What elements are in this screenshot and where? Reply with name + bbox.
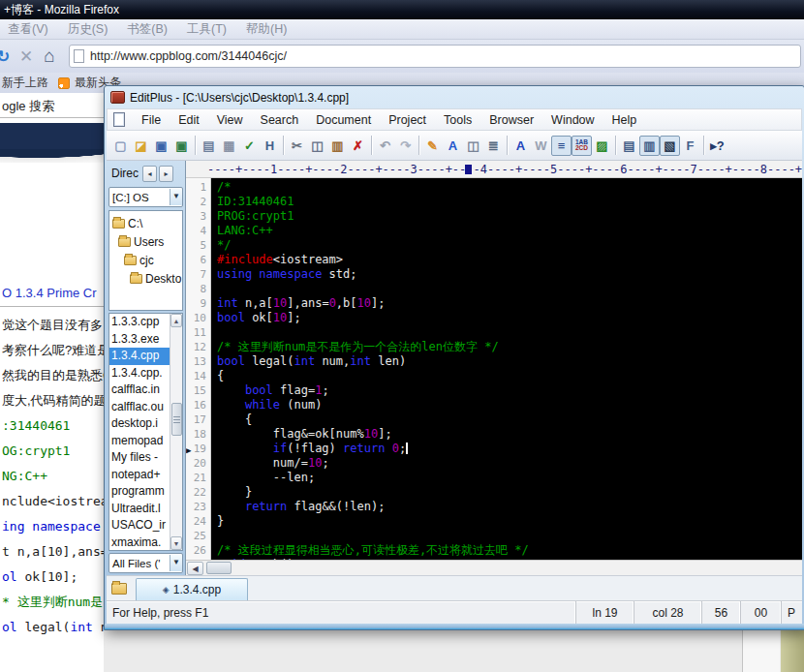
- folder-icon: [112, 219, 125, 229]
- file-item[interactable]: programm: [109, 483, 170, 501]
- chevron-down-icon[interactable]: ▼: [170, 555, 182, 571]
- editplus-menu-view[interactable]: View: [208, 113, 252, 127]
- scroll-up-icon[interactable]: ▲: [170, 314, 182, 327]
- open-folder-icon[interactable]: ◪: [131, 136, 151, 156]
- file-item[interactable]: calfflac.ou: [109, 399, 170, 416]
- url-bar[interactable]: http://www.cppblog.com/3144046cjc/: [69, 45, 801, 68]
- drive-selector[interactable]: [C:] OS ▼: [108, 187, 183, 207]
- editplus-titlebar[interactable]: EditPlus - [C:\Users\cjc\Desktop\1.3.4.c…: [107, 86, 802, 108]
- code-line: {: [217, 369, 802, 383]
- code-lines[interactable]: /*ID:31440461PROG:crypt1LANG:C++*/#inclu…: [211, 178, 802, 560]
- panel-scroll-right-button[interactable]: ▸: [159, 166, 173, 182]
- code-editor[interactable]: 123456789101112131415161718▶192021222324…: [186, 178, 802, 560]
- tree-node[interactable]: Deskto: [109, 269, 182, 288]
- scrollbar-thumb[interactable]: [171, 403, 182, 436]
- copy-format-icon[interactable]: ◫: [463, 136, 483, 156]
- editplus-menu-window[interactable]: Window: [542, 113, 603, 127]
- word-wrap-icon[interactable]: W: [531, 136, 551, 156]
- editplus-menu-project[interactable]: Project: [380, 113, 435, 127]
- file-item[interactable]: desktop.i: [109, 415, 170, 433]
- save-all-icon[interactable]: ▣: [171, 136, 192, 156]
- new-file-icon[interactable]: ▢: [110, 136, 131, 156]
- firefox-menu-item[interactable]: 书签(B): [127, 21, 168, 38]
- tree-node[interactable]: cjc: [109, 251, 182, 269]
- highlight-icon[interactable]: ✎: [422, 136, 443, 156]
- editplus-menu-help[interactable]: Help: [603, 113, 646, 127]
- page-text-line: 然我的目的是熟悉C: [2, 363, 107, 388]
- view-function-icon[interactable]: F: [680, 136, 700, 156]
- page-code-line: t n,a[10],ans=0,: [2, 539, 107, 565]
- copy-icon[interactable]: ◫: [307, 136, 327, 156]
- firefox-menu-item[interactable]: 帮助(H): [246, 21, 287, 38]
- cut-icon[interactable]: ✂: [287, 136, 307, 156]
- firefox-menu-item[interactable]: 工具(T): [187, 21, 227, 38]
- tree-node[interactable]: C:\: [109, 214, 182, 232]
- folder-icon: [124, 256, 137, 265]
- home-icon[interactable]: ⌂: [38, 46, 61, 67]
- file-item[interactable]: Ultraedit.l: [109, 501, 170, 518]
- chevron-down-icon[interactable]: ▼: [170, 189, 182, 205]
- editplus-menu-browser[interactable]: Browser: [480, 113, 542, 127]
- directory-panel: Direc ◂ ▸ [C:] OS ▼ C:\UserscjcDeskto 1.…: [107, 161, 185, 575]
- horizontal-scrollbar[interactable]: ◀: [186, 560, 802, 575]
- toolbar-separator: [615, 136, 616, 155]
- panel-scroll-left-button[interactable]: ◂: [142, 166, 157, 182]
- file-item[interactable]: 1.3.4.cpp.: [109, 365, 170, 382]
- document-tab[interactable]: ◈ 1.3.4.cpp: [136, 578, 248, 600]
- file-item[interactable]: memopad: [109, 433, 170, 450]
- view-directory-icon[interactable]: ▥: [639, 136, 660, 156]
- code-line: bool legal(int num,int len): [217, 354, 802, 369]
- file-item[interactable]: USACO_ir: [109, 517, 170, 535]
- view-output-icon[interactable]: ▧: [660, 136, 680, 156]
- page-code-line: ing namespace st: [2, 514, 107, 539]
- toolbar-separator: [703, 136, 704, 155]
- scroll-left-icon[interactable]: ◀: [187, 562, 203, 575]
- firefox-menu-item[interactable]: 历史(S): [68, 21, 108, 38]
- save-icon[interactable]: ▣: [151, 136, 171, 156]
- stop-icon[interactable]: ✕: [15, 46, 38, 67]
- page-post-link[interactable]: O 1.3.4 Prime Cr: [2, 286, 97, 300]
- spell-check-icon[interactable]: ✓: [239, 136, 260, 156]
- directory-tab-label[interactable]: Direc: [111, 167, 139, 180]
- rss-icon[interactable]: [58, 77, 70, 89]
- file-list-scrollbar[interactable]: ▲ ▼: [170, 314, 182, 550]
- paste-icon[interactable]: ▥: [327, 136, 348, 156]
- file-item[interactable]: 1.3.3.cpp: [109, 314, 170, 331]
- print-icon[interactable]: ▦: [219, 136, 239, 156]
- print-preview-icon[interactable]: ▤: [199, 136, 219, 156]
- file-item[interactable]: xmaxima.: [109, 535, 170, 551]
- reload-icon[interactable]: ↻: [0, 46, 15, 67]
- scroll-down-icon[interactable]: ▼: [170, 536, 182, 550]
- indent-icon[interactable]: ≣: [483, 136, 504, 156]
- tree-node[interactable]: Users: [109, 232, 182, 251]
- font-icon[interactable]: A: [510, 136, 531, 156]
- editplus-menu-document[interactable]: Document: [307, 113, 380, 127]
- url-text[interactable]: http://www.cppblog.com/3144046cjc/: [90, 49, 287, 63]
- file-item[interactable]: 1.3.4.cpp: [109, 348, 170, 365]
- editplus-menu-edit[interactable]: Edit: [170, 113, 208, 127]
- bookmark-item[interactable]: 新手上路: [2, 75, 48, 91]
- redo-icon[interactable]: ↷: [395, 136, 416, 156]
- undo-icon[interactable]: ↶: [375, 136, 395, 156]
- tab-folder-button[interactable]: [108, 578, 132, 599]
- delete-icon[interactable]: ✗: [348, 136, 368, 156]
- editplus-menu-search[interactable]: Search: [252, 113, 308, 127]
- code-line: }: [217, 514, 802, 529]
- file-item[interactable]: 1.3.3.exe: [109, 331, 170, 349]
- find-marker-icon[interactable]: A: [443, 136, 463, 156]
- html-tag-icon[interactable]: H: [260, 136, 280, 156]
- firefox-menu-item[interactable]: 查看(V): [8, 21, 48, 38]
- column-select-icon[interactable]: 1AB2CD: [572, 136, 592, 156]
- file-item[interactable]: My files -: [109, 449, 170, 467]
- file-item[interactable]: calfflac.in: [109, 382, 170, 399]
- context-help-icon[interactable]: ▸?: [707, 136, 727, 156]
- editplus-menu-file[interactable]: File: [133, 113, 170, 127]
- syntax-color-icon[interactable]: ▨: [592, 136, 612, 156]
- scrollbar-thumb[interactable]: [206, 562, 232, 574]
- code-line: while (num): [217, 398, 802, 412]
- line-number-icon[interactable]: ≡: [551, 136, 572, 156]
- file-filter-selector[interactable]: All Files (' ▼: [108, 553, 183, 573]
- editplus-menu-tools[interactable]: Tools: [435, 113, 480, 127]
- view-toolbar-icon[interactable]: ▤: [619, 136, 639, 156]
- file-item[interactable]: notepad+: [109, 467, 170, 484]
